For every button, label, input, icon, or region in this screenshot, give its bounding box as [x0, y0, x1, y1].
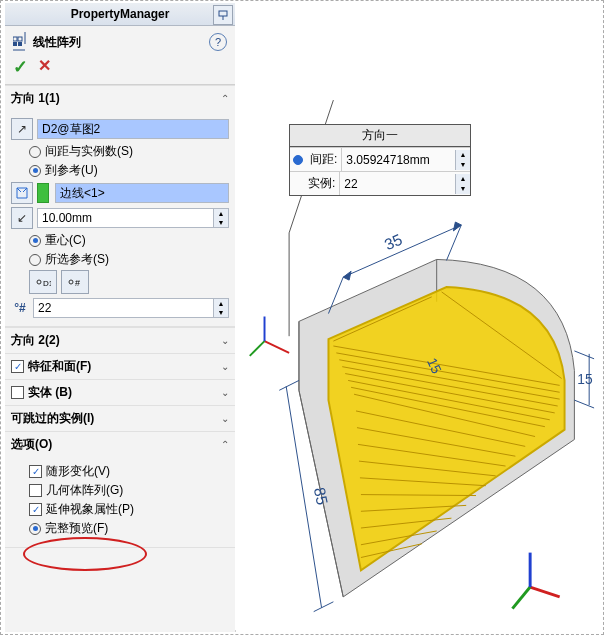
callout-instance-label: 实例:	[304, 172, 340, 195]
section-direction1-body: ↗ D2@草图2 间距与实例数(S) 到参考(U) 边线<1> ↙ 10.00m…	[5, 111, 235, 327]
instance-count-value: 22	[34, 299, 213, 317]
pm-titlebar: PropertyManager	[5, 3, 235, 26]
radio-centroid[interactable]: 重心(C)	[29, 232, 229, 249]
reverse-direction-button[interactable]: ↗	[11, 118, 33, 140]
dimension-35: 35	[382, 231, 405, 254]
check-propagate-visual[interactable]: 延伸视象属性(P)	[29, 501, 229, 518]
graphics-viewport[interactable]: 35 15 15 85	[235, 3, 599, 630]
section-options-body: 随形变化(V) 几何体阵列(G) 延伸视象属性(P) 完整预览(F)	[5, 457, 235, 548]
section-direction1-label: 方向 1(1)	[11, 90, 60, 107]
radio-full-preview[interactable]: 完整预览(F)	[29, 520, 229, 537]
svg-rect-3	[18, 42, 22, 46]
offset-down-button[interactable]: ▼	[214, 218, 228, 227]
svg-rect-5	[18, 37, 22, 41]
svg-line-44	[250, 341, 265, 356]
property-manager-panel: PropertyManager 线性阵列 ? ✓ ✕ 方向 1(1) ⌃ ↗ D…	[5, 3, 236, 632]
model-view-svg: 35 15 15 85	[235, 3, 599, 630]
svg-line-43	[265, 341, 290, 353]
axis-triad-icon	[250, 317, 289, 356]
cancel-button[interactable]: ✕	[38, 56, 51, 78]
svg-line-47	[512, 587, 530, 609]
expand-icon: ⌄	[221, 387, 229, 398]
section-bodies-head[interactable]: 实体 (B) ⌄	[5, 379, 235, 405]
count-up-button[interactable]: ▲	[214, 299, 228, 308]
radio-selected-reference[interactable]: 所选参考(S)	[29, 251, 229, 268]
offset-distance-value: 10.00mm	[38, 209, 213, 227]
section-skip-head[interactable]: 可跳过的实例(I) ⌄	[5, 405, 235, 431]
dimension-85: 85	[311, 486, 331, 507]
feature-heading-row: 线性阵列 ?	[5, 26, 235, 54]
inst-up-button[interactable]: ▲	[456, 174, 470, 184]
ok-button[interactable]: ✓	[13, 56, 28, 78]
selection-indicator-icon	[37, 183, 49, 203]
svg-line-37	[574, 351, 594, 359]
offset-up-button[interactable]: ▲	[214, 209, 228, 218]
seed-count-button[interactable]: #	[61, 270, 89, 294]
radio-up-to-reference[interactable]: 到参考(U)	[29, 162, 229, 179]
instance-count-icon: °#	[11, 299, 29, 317]
check-geometry-pattern[interactable]: 几何体阵列(G)	[29, 482, 229, 499]
svg-line-46	[530, 587, 560, 597]
callout-instance-value: 22	[340, 174, 455, 194]
callout-spacing-input[interactable]: 3.05924718mm ▲▼	[342, 150, 470, 170]
direction1-reference-input[interactable]: D2@草图2	[37, 119, 229, 139]
seed-feature-button[interactable]: D1	[29, 270, 57, 294]
check-vary-sketch[interactable]: 随形变化(V)	[29, 463, 229, 480]
section-direction1-head[interactable]: 方向 1(1) ⌃	[5, 85, 235, 111]
ok-cancel-row: ✓ ✕	[5, 54, 235, 85]
spacing-down-button[interactable]: ▼	[456, 160, 470, 170]
callout-spacing-value: 3.05924718mm	[342, 150, 455, 170]
pin-button[interactable]	[213, 5, 233, 25]
svg-text:#: #	[75, 278, 80, 288]
svg-point-6	[37, 280, 41, 284]
expand-icon: ⌄	[221, 335, 229, 346]
section-options-label: 选项(O)	[11, 436, 52, 453]
instance-count-input[interactable]: 22 ▲▼	[33, 298, 229, 318]
section-options-head[interactable]: 选项(O) ⌃	[5, 431, 235, 457]
feature-name: 线性阵列	[33, 34, 81, 51]
offset-distance-input[interactable]: 10.00mm ▲▼	[37, 208, 229, 228]
linear-pattern-icon	[13, 32, 33, 52]
section-direction2-label: 方向 2(2)	[11, 332, 60, 349]
callout-handle-icon[interactable]	[293, 155, 303, 165]
section-direction2-head[interactable]: 方向 2(2) ⌄	[5, 327, 235, 353]
collapse-icon: ⌃	[221, 439, 229, 450]
upto-reference-input[interactable]: 边线<1>	[55, 183, 229, 203]
section-features-head[interactable]: 特征和面(F) ⌄	[5, 353, 235, 379]
direction-callout: 方向一 间距: 3.05924718mm ▲▼ 实例: 22 ▲▼	[289, 124, 471, 196]
reference-geometry-button[interactable]	[11, 182, 33, 204]
section-bodies-label: 实体 (B)	[28, 384, 72, 401]
help-button[interactable]: ?	[209, 33, 227, 51]
expand-icon: ⌄	[221, 413, 229, 424]
svg-line-40	[279, 380, 299, 390]
spacing-up-button[interactable]: ▲	[456, 150, 470, 160]
svg-line-41	[314, 602, 334, 612]
svg-rect-2	[13, 42, 17, 46]
svg-point-8	[69, 280, 73, 284]
callout-title: 方向一	[290, 125, 470, 147]
collapse-icon: ⌃	[221, 93, 229, 104]
upto-reference-value: 边线<1>	[60, 185, 105, 202]
section-features-label: 特征和面(F)	[28, 358, 91, 375]
callout-instance-input[interactable]: 22 ▲▼	[340, 174, 470, 194]
svg-rect-0	[219, 11, 227, 16]
radio-spacing-instances[interactable]: 间距与实例数(S)	[29, 143, 229, 160]
offset-reverse-button[interactable]: ↙	[11, 207, 33, 229]
callout-spacing-label: 间距:	[306, 148, 342, 171]
svg-text:D1: D1	[43, 279, 51, 288]
svg-line-38	[574, 400, 594, 408]
dimension-15-right: 15	[577, 372, 593, 387]
svg-marker-36	[453, 222, 461, 231]
svg-marker-35	[343, 271, 351, 280]
inst-down-button[interactable]: ▼	[456, 184, 470, 194]
axis-triad-corner-icon	[512, 553, 559, 609]
section-skip-label: 可跳过的实例(I)	[11, 410, 94, 427]
direction1-reference-value: D2@草图2	[42, 121, 100, 138]
count-down-button[interactable]: ▼	[214, 308, 228, 317]
pm-title: PropertyManager	[71, 7, 170, 21]
expand-icon: ⌄	[221, 361, 229, 372]
svg-rect-4	[13, 37, 17, 41]
